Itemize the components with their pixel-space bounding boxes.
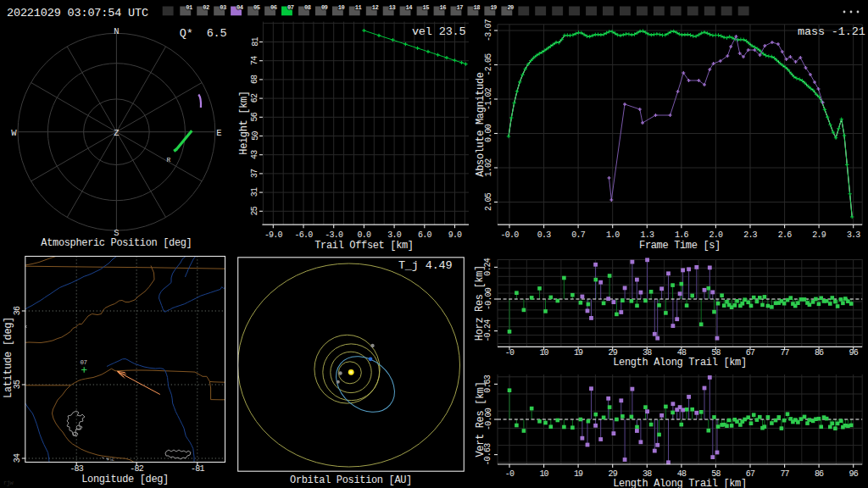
svg-text:05: 05 bbox=[253, 4, 260, 11]
svg-text:43: 43 bbox=[251, 150, 260, 159]
svg-text:01: 01 bbox=[186, 4, 192, 11]
svg-text:20221029 03:07:54 UTC: 20221029 03:07:54 UTC bbox=[7, 7, 148, 19]
svg-text:0.3: 0.3 bbox=[537, 230, 551, 240]
svg-text:Q* 6.5: Q* 6.5 bbox=[180, 27, 227, 40]
svg-text:Orbital Position [AU]: Orbital Position [AU] bbox=[290, 474, 412, 486]
svg-text:T_j 4.49: T_j 4.49 bbox=[398, 259, 453, 272]
svg-text:96: 96 bbox=[849, 348, 858, 358]
svg-text:-3.0: -3.0 bbox=[325, 230, 343, 240]
svg-text:9.0: 9.0 bbox=[448, 230, 462, 240]
svg-text:Frame Time [s]: Frame Time [s] bbox=[639, 240, 721, 252]
svg-text:18: 18 bbox=[473, 4, 480, 11]
svg-text:86: 86 bbox=[815, 348, 824, 358]
svg-text:0.7: 0.7 bbox=[571, 230, 585, 240]
svg-text:-81: -81 bbox=[191, 464, 204, 474]
svg-text:N: N bbox=[114, 26, 119, 36]
svg-text:2.05: 2.05 bbox=[484, 192, 493, 211]
svg-text:16: 16 bbox=[440, 4, 447, 11]
svg-text:12: 12 bbox=[372, 4, 379, 11]
svg-text:-3.07: -3.07 bbox=[484, 19, 493, 42]
svg-text:13: 13 bbox=[389, 4, 396, 11]
svg-text:6.0: 6.0 bbox=[418, 230, 431, 240]
svg-text:2.3: 2.3 bbox=[743, 230, 757, 240]
svg-text:-0: -0 bbox=[505, 469, 515, 479]
svg-text:09: 09 bbox=[321, 4, 328, 11]
svg-text:Z: Z bbox=[114, 128, 119, 138]
svg-text:06: 06 bbox=[270, 4, 277, 11]
svg-text:10: 10 bbox=[539, 348, 548, 358]
svg-text:Absolute Magnitude: Absolute Magnitude bbox=[475, 72, 487, 176]
svg-text:19: 19 bbox=[574, 469, 583, 479]
svg-text:04: 04 bbox=[236, 4, 243, 11]
svg-text:1.3: 1.3 bbox=[640, 230, 654, 240]
svg-text:W: W bbox=[11, 128, 17, 138]
svg-text:-82: -82 bbox=[130, 464, 143, 474]
svg-text:10: 10 bbox=[539, 469, 548, 479]
svg-text:56: 56 bbox=[251, 112, 260, 121]
svg-text:-0.0: -0.0 bbox=[501, 230, 520, 240]
svg-text:1.6: 1.6 bbox=[675, 230, 688, 240]
svg-text:07: 07 bbox=[287, 4, 294, 11]
svg-text:68: 68 bbox=[251, 75, 260, 84]
svg-text:rjw: rjw bbox=[3, 480, 14, 486]
svg-text:31: 31 bbox=[251, 187, 260, 197]
svg-text:50: 50 bbox=[251, 131, 260, 141]
svg-text:20: 20 bbox=[507, 4, 514, 11]
svg-text:-83: -83 bbox=[70, 464, 83, 474]
svg-text:0.0: 0.0 bbox=[358, 230, 371, 240]
svg-text:Latitude [deg]: Latitude [deg] bbox=[3, 317, 14, 398]
svg-text:R: R bbox=[167, 156, 171, 164]
svg-text:74: 74 bbox=[251, 56, 260, 65]
svg-text:11: 11 bbox=[355, 4, 362, 11]
svg-text:Longitude [deg]: Longitude [deg] bbox=[81, 474, 169, 485]
svg-text:-0: -0 bbox=[505, 348, 515, 358]
svg-text:2.6: 2.6 bbox=[778, 230, 792, 240]
svg-text:62: 62 bbox=[251, 93, 260, 103]
svg-text:77: 77 bbox=[780, 348, 789, 358]
svg-text:2.0: 2.0 bbox=[709, 230, 723, 240]
svg-text:67: 67 bbox=[746, 469, 755, 479]
svg-text:15: 15 bbox=[423, 4, 430, 11]
svg-text:67: 67 bbox=[746, 348, 755, 358]
svg-text:3.3: 3.3 bbox=[847, 230, 860, 240]
svg-text:03: 03 bbox=[220, 4, 226, 11]
svg-text:mass -1.21: mass -1.21 bbox=[798, 25, 865, 38]
svg-text:02: 02 bbox=[203, 4, 209, 11]
svg-text:Trail Offset [km]: Trail Offset [km] bbox=[314, 240, 413, 252]
svg-text:3.0: 3.0 bbox=[387, 230, 401, 240]
svg-text:36: 36 bbox=[13, 306, 22, 315]
svg-text:Length Along Trail [km]: Length Along Trail [km] bbox=[613, 357, 747, 369]
svg-text:86: 86 bbox=[815, 469, 824, 479]
svg-text:19: 19 bbox=[490, 4, 497, 11]
svg-text:Height [km]: Height [km] bbox=[238, 91, 250, 154]
svg-text:34: 34 bbox=[13, 453, 22, 463]
svg-text:-9.0: -9.0 bbox=[264, 230, 283, 240]
svg-text:17: 17 bbox=[456, 4, 463, 11]
svg-text:vel 23.5: vel 23.5 bbox=[412, 25, 466, 38]
svg-text:77: 77 bbox=[780, 469, 789, 479]
svg-text:07: 07 bbox=[80, 359, 86, 366]
svg-text:2.9: 2.9 bbox=[812, 230, 826, 240]
svg-text:1.0: 1.0 bbox=[606, 230, 620, 240]
svg-text:08: 08 bbox=[304, 4, 311, 11]
svg-text:37: 37 bbox=[251, 169, 260, 178]
svg-text:14: 14 bbox=[406, 4, 413, 11]
svg-text:10: 10 bbox=[338, 4, 345, 11]
svg-text:19: 19 bbox=[574, 348, 583, 358]
svg-text:Horz Res [km]: Horz Res [km] bbox=[475, 265, 487, 341]
svg-text:Atmospheric Position [deg]: Atmospheric Position [deg] bbox=[41, 237, 192, 249]
svg-text:81: 81 bbox=[251, 37, 260, 47]
svg-text:E: E bbox=[216, 128, 221, 138]
svg-text:-6.0: -6.0 bbox=[295, 230, 314, 240]
svg-text:Length Along Trail [km]: Length Along Trail [km] bbox=[613, 478, 747, 488]
svg-text:25: 25 bbox=[251, 206, 260, 215]
svg-text:Vert Res [km]: Vert Res [km] bbox=[475, 381, 487, 457]
svg-text:96: 96 bbox=[849, 469, 858, 479]
